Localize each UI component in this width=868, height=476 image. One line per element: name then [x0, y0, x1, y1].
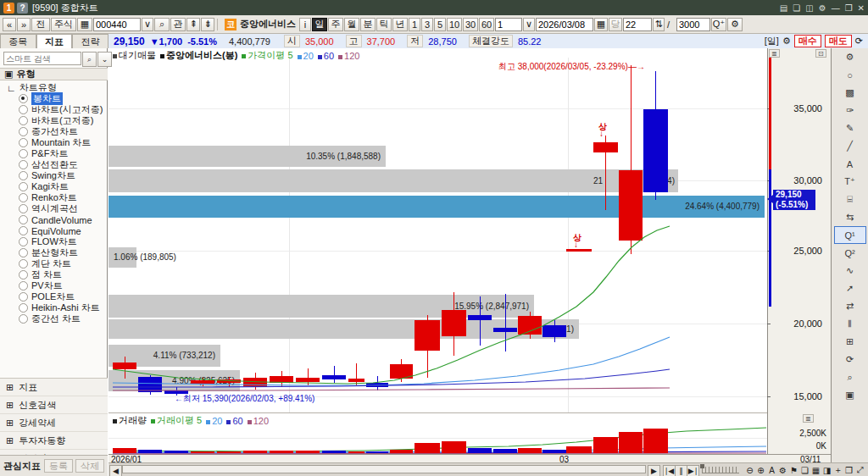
candle-body [270, 376, 293, 383]
legend-marker-icon [113, 54, 117, 58]
pane-mini-button[interactable]: ≣ [769, 49, 780, 58]
h-gridline [108, 251, 767, 252]
legend-label: 거래량 [119, 415, 147, 425]
range-bar-up [769, 54, 771, 169]
candle-wick [356, 363, 357, 385]
legend-label: 60 [232, 416, 242, 426]
limit-up-arrow-icon: ↓ [574, 240, 578, 249]
price-axis-label: 20,000 [776, 318, 822, 329]
pane-mini-button[interactable]: ≣ [803, 414, 814, 423]
price-axis-label: 35,000 [776, 103, 822, 113]
volume-bar [348, 451, 364, 453]
candle-body [493, 328, 517, 332]
volume-bar [593, 437, 618, 453]
legend-item: 20 [298, 51, 314, 61]
h-gridline [108, 108, 767, 109]
volume-bar [518, 448, 542, 453]
app-window: 1 ? [9590] 종합차트 ▤❏◫⚙―❐✕ «»전주식▦∨⌕관⇞⇟코중앙에너… [0, 0, 868, 476]
volume-bar [366, 451, 388, 453]
legend-label: 120 [344, 51, 359, 61]
volume-bar [322, 451, 346, 453]
legend-item: 120 [248, 416, 269, 426]
legend-label: 20 [303, 51, 314, 61]
volume-axis-label: 0K [776, 441, 826, 451]
profile-label: 24.64% (4,400,779) [108, 202, 760, 211]
volume-bar [415, 443, 440, 453]
low-annotation: ←최저 15,390(2026/02/03, +89.41%) [175, 393, 314, 405]
volume-bar [191, 451, 214, 453]
volume-bar [113, 448, 136, 453]
profile-label: 15.95% (2,847,971) [108, 302, 529, 311]
candle-body [415, 320, 440, 351]
chart-canvas[interactable]: 10.35% (1,848,588)2124)24.64% (4,400,779… [0, 0, 868, 476]
legend-marker-icon [318, 55, 322, 59]
axis-tick [767, 396, 771, 397]
candle-wick [334, 366, 335, 383]
current-price-percent: (-5.51%) [776, 200, 815, 210]
candle-body [593, 142, 618, 152]
volume-bar [296, 451, 320, 453]
volume-axis-label: 2,500K [776, 429, 826, 438]
volume-bar [619, 432, 643, 453]
pane-mini-button[interactable]: ⊡ [815, 49, 826, 58]
legend-label: 가격이평 5 [248, 50, 292, 60]
legend-marker-icon [226, 420, 231, 424]
legend-marker-icon [160, 54, 164, 58]
volume-bar [164, 451, 188, 453]
axis-tick [767, 324, 771, 324]
range-bar-down [769, 169, 771, 307]
candle-body [468, 315, 492, 320]
legend-label: 120 [253, 416, 269, 426]
candle-body [322, 375, 346, 379]
profile-label: 10.35% (1,848,588) [108, 152, 381, 161]
candle-wick [308, 368, 309, 385]
volume-bar [643, 429, 668, 453]
profile-label: 1.06% (189,805) [114, 252, 176, 262]
volume-bar [442, 441, 466, 453]
profile-label: 4.90% (825,625) [108, 376, 235, 385]
legend-item: 60 [318, 51, 334, 61]
legend-item: 60 [226, 416, 242, 426]
legend-marker-icon [113, 419, 117, 423]
legend-label: 대기매물 [119, 50, 156, 60]
legend-marker-icon [206, 420, 210, 424]
volume-bar [243, 451, 267, 453]
main-chart-legend: 대기매물중앙에너비스(봉)가격이평 52060120 [113, 49, 359, 62]
candle-body [518, 316, 542, 335]
candle-body [643, 109, 668, 192]
legend-marker-icon [242, 54, 246, 58]
current-price-pointer-icon [767, 195, 773, 203]
candle-body [217, 379, 241, 383]
candle-body [566, 249, 592, 252]
legend-item: 가격이평 5 [242, 49, 292, 62]
volume-bar [542, 450, 566, 453]
volume-bar [217, 451, 241, 453]
v-gridline [568, 58, 569, 412]
legend-item: 중앙에너비스(봉) [160, 49, 237, 62]
high-annotation: 최고 38,000(2026/03/05, -23.29%)—→ [498, 61, 645, 73]
candle-body [243, 378, 267, 386]
candle-body [191, 380, 214, 384]
legend-item: 대기매물 [113, 49, 156, 62]
volume-bar [390, 450, 413, 453]
candle-body [366, 383, 388, 387]
legend-label: 거래이평 5 [157, 415, 202, 425]
legend-marker-icon [248, 420, 252, 424]
profile-label-fragment: 24) [108, 176, 675, 185]
legend-item: 20 [206, 416, 222, 426]
ma-lines [0, 0, 868, 476]
candle-body [138, 377, 162, 392]
limit-up-arrow-icon: ↓ [599, 129, 604, 138]
candle-body [442, 310, 466, 336]
legend-marker-icon [338, 55, 342, 59]
price-axis-label: 30,000 [776, 175, 822, 185]
legend-item: 120 [338, 51, 359, 61]
v-gridline [289, 58, 290, 412]
volume-bar [270, 451, 293, 453]
candle-body [542, 325, 566, 337]
candle-body [113, 363, 136, 369]
volume-bar [566, 446, 592, 453]
candle-body [296, 378, 320, 382]
candle-body [390, 364, 413, 379]
price-axis-label: 25,000 [776, 246, 822, 256]
